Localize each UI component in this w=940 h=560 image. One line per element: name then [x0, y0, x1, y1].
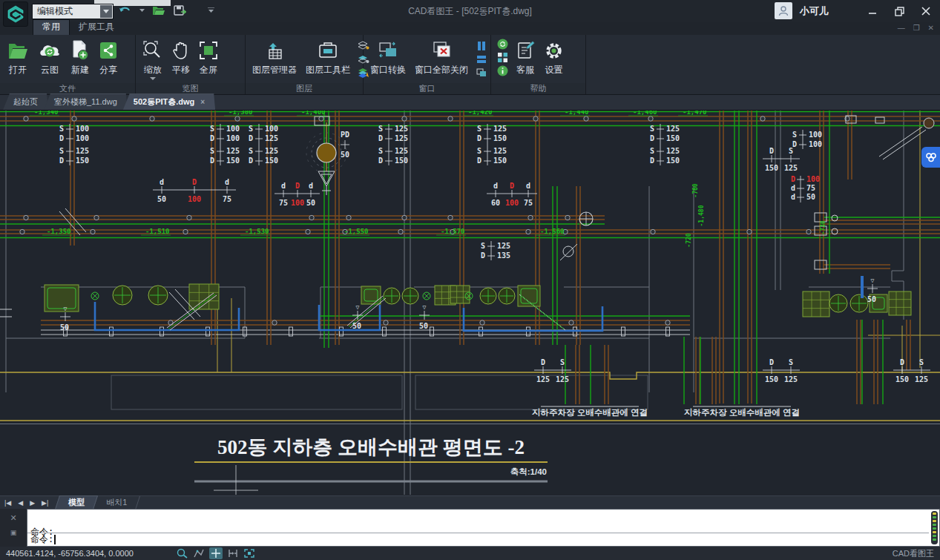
- svg-text:125: 125: [265, 147, 278, 155]
- svg-text:D: D: [192, 178, 197, 186]
- command-scrollbar[interactable]: [931, 511, 938, 544]
- zoom-tool-icon[interactable]: [177, 548, 188, 559]
- drawing-canvas[interactable]: S100D100S125D150S100D100S125D150S100D125…: [0, 111, 940, 495]
- share-icon: [99, 39, 118, 62]
- save-as-button[interactable]: [172, 3, 187, 18]
- expand-commandline-icon[interactable]: ▣: [10, 529, 17, 536]
- model-tab-bar: |◀ ◀ ▶ ▶| 模型 배치1: [0, 495, 940, 509]
- svg-text:150: 150: [666, 134, 680, 142]
- svg-text:135: 135: [497, 251, 510, 260]
- command-input-row[interactable]: 命令:: [27, 533, 929, 546]
- svg-text:50: 50: [157, 195, 166, 203]
- feature-blocks-icon[interactable]: [496, 52, 509, 63]
- open-button[interactable]: 打开: [3, 37, 33, 78]
- svg-text:50: 50: [867, 295, 876, 303]
- doc-close-icon[interactable]: ✕: [928, 24, 934, 32]
- command-window[interactable]: 命令: 命令:_commandline 命令:: [27, 509, 940, 547]
- tile-vertical-icon[interactable]: [475, 40, 488, 51]
- svg-text:125: 125: [395, 125, 408, 133]
- zoom-button[interactable]: 缩放: [139, 37, 167, 82]
- check-update-icon[interactable]: [496, 39, 509, 50]
- svg-text:S: S: [650, 125, 654, 133]
- mode-select[interactable]: 编辑模式: [32, 4, 114, 19]
- svg-text:125: 125: [493, 147, 507, 155]
- undo-dropdown[interactable]: [138, 3, 145, 18]
- settings-button[interactable]: 设置: [540, 37, 568, 78]
- close-all-windows-button[interactable]: 窗口全部关闭: [411, 37, 472, 78]
- brand-label: CAD看图王: [893, 548, 934, 559]
- support-button[interactable]: 客服: [512, 37, 539, 78]
- polyline-tool-icon[interactable]: [193, 548, 205, 559]
- window-switch-icon: [377, 39, 399, 62]
- layer-toolbar-button[interactable]: 图层工具栏: [302, 37, 354, 78]
- mode-dropdown-button[interactable]: [100, 5, 112, 18]
- group-label-view: 览图: [136, 83, 245, 94]
- svg-text:지하주차장 오배수배관에 연결: 지하주차장 오배수배관에 연결: [531, 408, 648, 417]
- last-tab-icon[interactable]: ▶|: [42, 499, 48, 507]
- doctab-stairs-dwg[interactable]: 室外楼梯_11.dwg: [44, 93, 128, 110]
- svg-text:D: D: [59, 157, 64, 165]
- tab-layout1[interactable]: 배치1: [93, 496, 140, 510]
- svg-text:D: D: [900, 358, 904, 366]
- ribbon-group-window: 窗口转换 窗口全部关闭: [364, 35, 491, 94]
- command-area: ✕ ▣ 命令: 命令:_commandline 命令:: [0, 509, 940, 547]
- close-button[interactable]: [916, 3, 936, 19]
- ribbon-tab-common[interactable]: 常用: [33, 19, 70, 35]
- layer-manager-button[interactable]: 图层管理器: [249, 37, 300, 78]
- doc-minimize-icon[interactable]: —: [898, 24, 905, 32]
- first-tab-icon[interactable]: |◀: [4, 499, 11, 507]
- svg-text:D: D: [249, 157, 253, 165]
- restore-button[interactable]: [890, 3, 909, 19]
- svg-text:125: 125: [556, 375, 569, 383]
- svg-text:100: 100: [806, 175, 820, 183]
- cloud-sync-float-button[interactable]: [921, 147, 940, 168]
- cascade-windows-icon[interactable]: [475, 67, 488, 78]
- svg-text:D: D: [210, 134, 214, 142]
- doctab-start-page[interactable]: 起始页: [3, 93, 48, 110]
- ribbon-group-file: 打开 云图: [0, 35, 136, 94]
- zoom-dropdown-icon[interactable]: [150, 77, 156, 80]
- tab-model[interactable]: 模型: [55, 495, 98, 510]
- cloud-drawing-button[interactable]: 云图: [34, 37, 65, 78]
- next-tab-icon[interactable]: ▶: [30, 499, 35, 507]
- doctab-502-pit-dwg[interactable]: 502동PIT층.dwg×: [123, 93, 215, 110]
- svg-text:-1,460: -1,460: [633, 111, 657, 116]
- window-switch-button[interactable]: 窗口转换: [367, 37, 410, 78]
- prev-tab-icon[interactable]: ◀: [18, 499, 23, 507]
- new-file-button[interactable]: 新建: [67, 37, 93, 78]
- snap-tool-icon[interactable]: [227, 548, 239, 559]
- extents-tool-icon[interactable]: [243, 548, 255, 559]
- pan-button[interactable]: 平移: [168, 37, 194, 78]
- ribbon-group-view: 缩放 平移 全屏: [136, 35, 246, 94]
- info-icon[interactable]: [496, 65, 509, 76]
- undo-button[interactable]: [117, 3, 132, 18]
- ribbon-tab-extended[interactable]: 扩展工具: [70, 20, 123, 35]
- crosshair-tool-icon[interactable]: [209, 547, 223, 559]
- svg-text:-1,420: -1,420: [468, 111, 493, 116]
- app-logo[interactable]: [3, 1, 28, 27]
- tab-close-icon[interactable]: ×: [200, 98, 205, 106]
- quick-open-button[interactable]: [151, 3, 166, 18]
- svg-text:150: 150: [493, 157, 507, 165]
- customize-toolbar-button[interactable]: [203, 3, 218, 18]
- svg-text:75: 75: [806, 184, 815, 192]
- support-icon: [516, 39, 535, 62]
- fullscreen-button[interactable]: 全屏: [195, 37, 222, 78]
- tile-horizontal-icon[interactable]: [475, 53, 488, 65]
- zoom-icon: [142, 39, 163, 62]
- share-button[interactable]: 分享: [95, 37, 122, 78]
- svg-text:d: d: [160, 178, 164, 186]
- minimize-button[interactable]: [863, 3, 882, 19]
- svg-text:50: 50: [806, 193, 815, 201]
- svg-text:D: D: [541, 358, 545, 366]
- svg-text:-730: -730: [820, 220, 826, 234]
- svg-text:S: S: [477, 125, 481, 133]
- svg-text:-720: -720: [686, 233, 692, 247]
- svg-text:125: 125: [536, 375, 550, 383]
- doc-restore-icon[interactable]: ❐: [913, 24, 920, 32]
- layer-toolbar-icon: [318, 39, 338, 62]
- close-commandline-icon[interactable]: ✕: [10, 513, 16, 523]
- user-area[interactable]: 小可儿: [775, 2, 829, 19]
- ribbon-empty-space: [586, 35, 940, 94]
- cloud-share-icon: [925, 152, 937, 162]
